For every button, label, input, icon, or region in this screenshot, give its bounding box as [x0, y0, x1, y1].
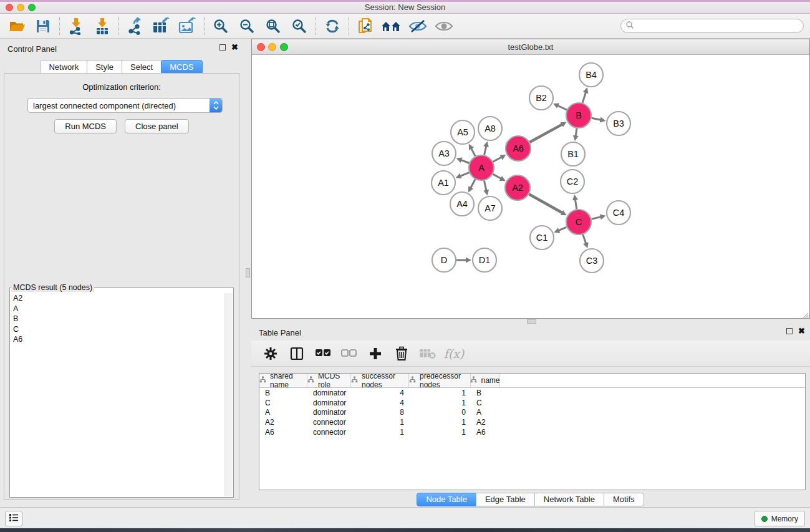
mcds-result-item[interactable]: A2 — [11, 293, 224, 304]
zoom-fit-button[interactable] — [260, 16, 286, 37]
import-network-button[interactable] — [63, 16, 89, 37]
zoom-in-button[interactable] — [208, 16, 234, 37]
show-graphics-details-button[interactable] — [431, 16, 457, 37]
refresh-layout-button[interactable] — [319, 16, 345, 37]
table-row[interactable]: A6connector11A6 — [259, 427, 805, 437]
graph-node-A4[interactable]: A4 — [450, 192, 474, 216]
graph-edge-A-A2[interactable] — [493, 174, 501, 178]
mcds-result-scrollbar[interactable] — [224, 293, 233, 496]
column-header-predecessor-nodes[interactable]: predecessor nodes — [409, 374, 471, 387]
function-builder-button[interactable]: f(x) — [443, 344, 465, 364]
close-panel-button[interactable]: Close panel — [125, 119, 189, 133]
mcds-result-item[interactable]: B — [11, 314, 224, 324]
graph-node-A2[interactable]: A2 — [505, 175, 530, 200]
column-header-name[interactable]: name — [471, 374, 500, 387]
memory-button[interactable]: Memory — [755, 511, 805, 526]
delete-table-button[interactable] — [417, 344, 438, 364]
table-row[interactable]: Bdominator41B — [259, 388, 805, 398]
float-panel-icon[interactable] — [219, 44, 226, 51]
table-row[interactable]: Cdominator41C — [259, 398, 805, 408]
delete-row-button[interactable] — [391, 344, 412, 364]
tab-edge-table[interactable]: Edge Table — [476, 493, 535, 506]
window-resize-grip[interactable] — [801, 310, 809, 317]
hide-graphics-details-button[interactable] — [405, 16, 431, 37]
show-overview-button[interactable] — [378, 16, 405, 37]
select-all-button[interactable] — [312, 344, 334, 364]
add-row-button[interactable] — [365, 344, 386, 364]
graph-edge-C-C4[interactable] — [591, 217, 600, 220]
task-history-button[interactable] — [5, 511, 22, 526]
criterion-dropdown[interactable]: largest connected component (directed) — [27, 98, 223, 113]
settings-button[interactable] — [260, 344, 281, 364]
column-header-mcds-role[interactable]: MCDS role — [307, 374, 351, 387]
export-network-icon — [127, 17, 144, 35]
graph-edge-B-B1[interactable] — [576, 128, 577, 137]
graph-node-C1[interactable]: C1 — [530, 226, 554, 249]
graph-edge-A-A8[interactable] — [485, 146, 486, 155]
graph-node-C3[interactable]: C3 — [580, 249, 604, 273]
graph-edge-A-A3[interactable] — [461, 160, 469, 163]
run-mcds-button[interactable]: Run MCDS — [54, 119, 117, 133]
mcds-result-item[interactable]: A6 — [11, 334, 224, 345]
graph-edge-B-B4[interactable] — [582, 92, 586, 103]
graph-node-A7[interactable]: A7 — [478, 196, 502, 220]
graph-node-B4[interactable]: B4 — [579, 63, 603, 87]
export-network-button[interactable] — [122, 16, 148, 37]
search-field[interactable] — [620, 19, 804, 33]
graph-edge-B-B2[interactable] — [557, 105, 567, 110]
open-session-button[interactable] — [4, 16, 30, 37]
table-row[interactable]: Adominator80A — [259, 408, 805, 418]
zoom-out-button[interactable] — [234, 16, 260, 37]
close-table-panel-icon[interactable]: ✖ — [798, 328, 805, 334]
duplicate-network-button[interactable] — [352, 16, 378, 37]
import-table-button[interactable] — [89, 16, 115, 37]
zoom-selected-button[interactable] — [286, 16, 312, 37]
columns-button[interactable] — [286, 344, 307, 364]
graph-node-A6[interactable]: A6 — [506, 136, 531, 161]
deselect-all-button[interactable] — [339, 344, 360, 364]
graph-node-A1[interactable]: A1 — [432, 171, 455, 195]
export-image-button[interactable] — [175, 16, 201, 37]
horizontal-splitter-handle[interactable] — [527, 319, 536, 324]
graph-edge-C-C2[interactable] — [575, 200, 576, 210]
graph-node-B[interactable]: B — [566, 103, 591, 128]
graph-edge-A-A5[interactable] — [471, 148, 476, 157]
export-table-button[interactable] — [148, 16, 175, 37]
graph-node-A5[interactable]: A5 — [451, 120, 475, 144]
graph-node-B3[interactable]: B3 — [607, 112, 630, 135]
graph-edge-A2-C[interactable] — [529, 194, 562, 213]
graph-node-C2[interactable]: C2 — [561, 170, 584, 193]
graph-node-A[interactable]: A — [469, 155, 494, 180]
graph-node-D1[interactable]: D1 — [473, 248, 496, 272]
graph-edge-B-B3[interactable] — [592, 118, 601, 120]
save-session-button[interactable] — [30, 16, 56, 37]
graph-edge-A-A7[interactable] — [484, 181, 486, 191]
network-canvas[interactable]: AA1A2A3A4A5A6A7A8BB1B2B3B4CC1C2C3C4DD1 — [253, 55, 809, 317]
tab-node-table[interactable]: Node Table — [417, 493, 476, 506]
mcds-result-item[interactable]: C — [11, 324, 224, 335]
graph-edge-C-C1[interactable] — [559, 227, 567, 230]
graph-edge-A6-B[interactable] — [529, 124, 562, 142]
graph-node-A3[interactable]: A3 — [432, 142, 456, 165]
table-row[interactable]: A2connector11A2 — [259, 417, 805, 427]
graph-edge-C-C3[interactable] — [583, 235, 586, 244]
graph-node-C[interactable]: C — [566, 210, 591, 235]
graph-node-C4[interactable]: C4 — [607, 201, 630, 225]
graph-node-A8[interactable]: A8 — [478, 117, 502, 140]
graph-node-B1[interactable]: B1 — [561, 142, 585, 166]
vertical-splitter-handle[interactable] — [246, 268, 250, 278]
close-panel-icon[interactable]: ✖ — [231, 44, 238, 51]
graph-edge-A-A1[interactable] — [460, 173, 469, 177]
tab-network-table[interactable]: Network Table — [534, 493, 604, 506]
search-input[interactable] — [634, 21, 803, 32]
column-header-successor-nodes[interactable]: successor nodes — [351, 374, 409, 387]
mcds-result-item[interactable]: A — [11, 304, 224, 314]
app-titlebar: Session: New Session — [0, 0, 810, 14]
column-header-shared-name[interactable]: shared name — [259, 374, 307, 387]
graph-edge-A-A6[interactable] — [493, 157, 502, 162]
graph-node-D[interactable]: D — [432, 248, 456, 272]
graph-edge-A-A4[interactable] — [471, 180, 475, 188]
tab-motifs[interactable]: Motifs — [604, 493, 644, 506]
float-table-panel-icon[interactable] — [786, 328, 793, 334]
graph-node-B2[interactable]: B2 — [529, 86, 553, 110]
